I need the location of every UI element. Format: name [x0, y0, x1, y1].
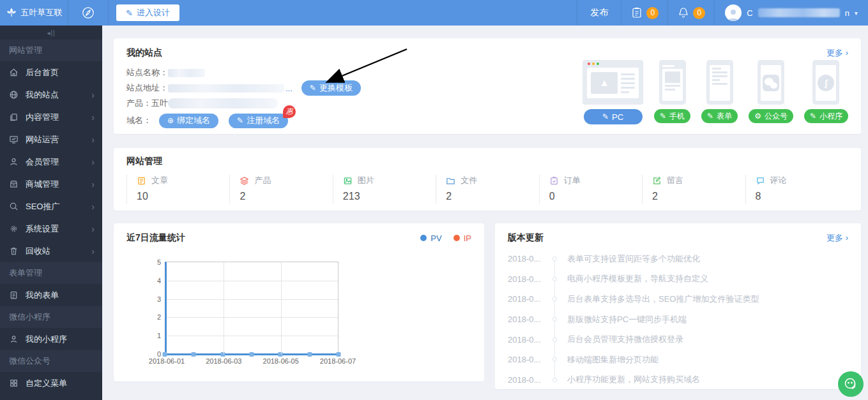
- product-redacted: [168, 98, 278, 108]
- stat-files[interactable]: 文件 2: [436, 175, 538, 204]
- device-thumbnails: ▲ ✎ PC ✎ 手机: [582, 60, 848, 124]
- bell-icon: [677, 6, 690, 19]
- update-item: 2018-0...新版微站支持PC一键同步手机端: [508, 309, 848, 330]
- topbar: 五叶草互联 ✎ 进入设计 发布 0 0 C: [0, 0, 868, 26]
- chevron-right-icon: ›: [91, 180, 95, 189]
- update-item: 2018-0...电商小程序模板更新，导航支持自定义: [508, 269, 848, 290]
- message-edit-icon: [652, 176, 662, 186]
- timeline-node: [552, 317, 557, 322]
- dashboard-compass-button[interactable]: [68, 0, 108, 26]
- sidebar-item-mall[interactable]: 商城管理 ›: [0, 173, 102, 195]
- username-suffix: n: [845, 8, 849, 18]
- avatar: [725, 4, 742, 21]
- miniapp-preview[interactable]: ∫ ✎ 小程序: [804, 60, 848, 123]
- tasks-button[interactable]: 0: [621, 0, 667, 26]
- pencil-icon: ✎: [810, 112, 816, 121]
- sidebar-item-content[interactable]: 内容管理 ›: [0, 106, 102, 128]
- edit-mobile-button[interactable]: ✎ 手机: [654, 109, 690, 123]
- chevron-right-icon: ›: [91, 91, 95, 100]
- update-item: 2018-0...小程序功能更新，网站支持购买域名: [508, 370, 848, 390]
- sidebar-item-member[interactable]: 会员管理 ›: [0, 151, 102, 173]
- stat-messages[interactable]: 留言 2: [642, 175, 745, 204]
- person-icon: [9, 157, 19, 167]
- data-point-marker: [192, 352, 196, 357]
- monitor-icon: [9, 135, 19, 144]
- comment-icon: [756, 176, 765, 186]
- pencil-icon: ✎: [126, 8, 133, 18]
- topbar-divider: [108, 0, 109, 26]
- my-site-card: 我的站点 更多 › 站点名称： 站点地址： ... ✎ 更换模板 产品： 五叶: [114, 38, 861, 134]
- manage-wechat-button[interactable]: ⚙ 公众号: [749, 109, 793, 123]
- stat-comments[interactable]: 评论 8: [745, 175, 848, 204]
- chevron-right-icon: ›: [846, 233, 848, 242]
- timeline-node: [552, 256, 557, 261]
- clipboard-icon: [630, 6, 643, 19]
- sidebar-item-home[interactable]: 后台首页: [0, 61, 102, 84]
- headset-smiley-icon: [842, 376, 859, 392]
- my-site-title: 我的站点: [126, 47, 162, 59]
- legend-item-pv[interactable]: PV: [420, 233, 441, 243]
- edit-form-button[interactable]: ✎ 表单: [701, 109, 738, 123]
- pencil-icon: ✎: [707, 112, 713, 121]
- wechat-thumbnail: [758, 60, 784, 105]
- customer-service-button[interactable]: [838, 371, 864, 397]
- pc-thumbnail: ▲: [582, 60, 643, 105]
- edit-miniapp-button[interactable]: ✎ 小程序: [804, 109, 848, 123]
- sidebar-item-recycle[interactable]: 回收站 ›: [0, 240, 102, 262]
- data-point-marker: [163, 352, 167, 357]
- pc-preview[interactable]: ▲ ✎ PC: [582, 60, 643, 124]
- sidebar-item-seo[interactable]: SEO推广 ›: [0, 195, 102, 218]
- globe-icon: [9, 90, 19, 100]
- store-icon: [9, 179, 19, 189]
- wechat-official-preview[interactable]: ⚙ 公众号: [749, 60, 793, 123]
- order-icon: [549, 176, 559, 186]
- publish-button[interactable]: 发布: [577, 0, 621, 26]
- image-icon: [343, 176, 353, 186]
- edit-pc-button[interactable]: ✎ PC: [584, 109, 643, 124]
- stat-orders[interactable]: 订单 0: [539, 175, 642, 204]
- username-redacted: [758, 8, 840, 17]
- gear-icon: [9, 224, 19, 233]
- sidebar-collapse-button[interactable]: ◂||: [0, 26, 102, 40]
- pencil-icon: ✎: [602, 112, 609, 121]
- stat-products[interactable]: 产品 2: [229, 175, 332, 204]
- form-preview[interactable]: ✎ 表单: [701, 60, 738, 123]
- chart-legend: PVIP: [420, 233, 471, 243]
- series-line-pv: [165, 353, 339, 355]
- register-domain-button[interactable]: ✎ 注册域名 惠: [229, 114, 288, 128]
- bind-domain-button[interactable]: ⊕ 绑定域名: [159, 114, 218, 128]
- sidebar-item-my-forms[interactable]: 我的表单: [0, 284, 102, 306]
- stat-articles[interactable]: 文章 10: [126, 175, 229, 204]
- miniprogram-icon: ∫: [818, 75, 834, 91]
- mobile-preview[interactable]: ✎ 手机: [654, 60, 690, 123]
- update-item: 2018-0...后台表单支持多选导出，SEO推广增加文件验证类型: [508, 289, 848, 309]
- sidebar-item-operation[interactable]: 网站运营 ›: [0, 128, 102, 151]
- image-placeholder-icon: ▲: [591, 72, 618, 94]
- addr-ellipsis[interactable]: ...: [286, 84, 293, 93]
- layers-icon: [240, 176, 249, 186]
- updates-more-link[interactable]: 更多 ›: [826, 232, 848, 244]
- notifications-button[interactable]: 0: [668, 0, 714, 26]
- timeline-node: [552, 378, 557, 382]
- sidebar-item-settings[interactable]: 系统设置 ›: [0, 218, 102, 240]
- sidebar-item-custom-menu[interactable]: 自定义菜单: [0, 372, 102, 394]
- sidebar-section-wechat: 微信公众号: [0, 350, 102, 372]
- user-menu[interactable]: C n ▾: [715, 0, 868, 26]
- stat-images[interactable]: 图片 213: [333, 175, 436, 204]
- sidebar-item-my-site[interactable]: 我的站点 ›: [0, 84, 102, 106]
- updates-title: 版本更新: [508, 232, 544, 244]
- chevron-right-icon: ›: [91, 135, 95, 144]
- timeline-node: [552, 357, 557, 362]
- change-template-button[interactable]: ✎ 更换模板: [301, 80, 361, 96]
- legend-item-ip[interactable]: IP: [453, 233, 471, 243]
- sidebar-section-forms: 表单管理: [0, 262, 102, 284]
- chevron-right-icon: ›: [91, 247, 95, 256]
- sidebar-item-my-miniapp[interactable]: 我的小程序: [0, 328, 102, 350]
- promo-badge: 惠: [283, 105, 296, 118]
- home-icon: [9, 68, 19, 77]
- my-site-more-link[interactable]: 更多 ›: [826, 47, 848, 59]
- chevron-right-icon: ›: [91, 158, 95, 167]
- enter-design-button[interactable]: ✎ 进入设计: [116, 4, 179, 21]
- globe-icon: ⊕: [167, 116, 174, 125]
- brand-logo[interactable]: 五叶草互联: [0, 0, 68, 26]
